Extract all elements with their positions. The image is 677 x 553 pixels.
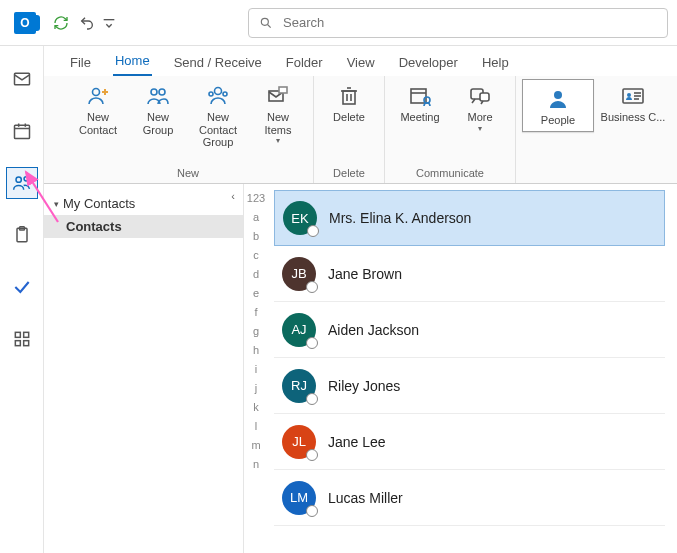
people-view-icon [544, 86, 572, 112]
index-letter[interactable]: e [253, 287, 259, 299]
ribbon-btn-people[interactable]: People [522, 79, 594, 132]
title-bar: O [0, 0, 677, 46]
svg-point-9 [24, 177, 28, 181]
index-letter[interactable]: i [255, 363, 257, 375]
menu-tab-view[interactable]: View [345, 51, 377, 76]
menu-tab-file[interactable]: File [68, 51, 93, 76]
clipboard-icon [12, 225, 32, 245]
ribbon-btn-new-contact[interactable]: NewContact [69, 79, 127, 138]
search-input[interactable] [283, 15, 657, 30]
svg-rect-12 [15, 332, 20, 337]
contact-list: EKMrs. Elina K. AndersonJBJane BrownAJAi… [268, 184, 677, 553]
contact-row[interactable]: RJRiley Jones [274, 358, 665, 414]
contact-row[interactable]: JBJane Brown [274, 246, 665, 302]
svg-rect-35 [480, 93, 489, 101]
menu-tab-help[interactable]: Help [480, 51, 511, 76]
more-apps-rail-button[interactable] [7, 324, 37, 354]
svg-point-1 [261, 18, 268, 25]
svg-rect-15 [23, 341, 28, 346]
todo-rail-button[interactable] [7, 272, 37, 302]
search-box[interactable] [248, 8, 668, 38]
ribbon-btn-meeting[interactable]: Meeting [391, 79, 449, 126]
svg-point-20 [159, 89, 165, 95]
ribbon-group-delete: DeleteDelete [314, 76, 385, 183]
ribbon-btn-label: New ContactGroup [191, 111, 245, 149]
contact-name: Aiden Jackson [328, 322, 419, 338]
menu-tabs: FileHomeSend / ReceiveFolderViewDevelope… [0, 46, 677, 76]
contact-row[interactable]: EKMrs. Elina K. Anderson [274, 190, 665, 246]
presence-indicator [306, 449, 318, 461]
new-items-icon [264, 83, 292, 109]
index-letter[interactable]: d [253, 268, 259, 280]
ribbon-group-label: Delete [333, 165, 365, 181]
tasks-rail-button[interactable] [7, 220, 37, 250]
ribbon-btn-card[interactable]: Card [672, 79, 677, 126]
menu-tab-home[interactable]: Home [113, 49, 152, 76]
index-letter[interactable]: k [253, 401, 259, 413]
ribbon-btn-label: People [541, 114, 575, 127]
contact-name: Lucas Miller [328, 490, 403, 506]
refresh-button[interactable] [48, 10, 74, 36]
alpha-index: 123abcdefghijklmn [244, 184, 268, 553]
ribbon-btn-delete[interactable]: Delete [320, 79, 378, 126]
calendar-icon [12, 121, 32, 141]
index-letter[interactable]: l [255, 420, 257, 432]
contact-row[interactable]: LMLucas Miller [274, 470, 665, 526]
index-letter[interactable]: m [251, 439, 260, 451]
index-letter[interactable]: c [253, 249, 259, 261]
mail-rail-button[interactable] [7, 64, 37, 94]
nav-folder-header[interactable]: ▾ My Contacts [44, 192, 243, 215]
index-letter[interactable]: f [254, 306, 257, 318]
ribbon-group-view: PeopleBusiness C...Card [516, 76, 677, 183]
ribbon-group-communicate: MeetingMore▾Communicate [385, 76, 516, 183]
ribbon-btn-label: Meeting [400, 111, 439, 124]
nav-pane: ‹ ▾ My Contacts Contacts [44, 184, 244, 553]
index-letter[interactable]: n [253, 458, 259, 470]
avatar: JB [282, 257, 316, 291]
qat-customize-dropdown[interactable] [100, 10, 118, 36]
menu-tab-send-receive[interactable]: Send / Receive [172, 51, 264, 76]
index-letter[interactable]: 123 [247, 192, 265, 204]
person-plus-icon [84, 83, 112, 109]
people-rail-button[interactable] [7, 168, 37, 198]
ribbon-btn-label: Business C... [601, 111, 666, 124]
nav-item-contacts[interactable]: Contacts [44, 215, 243, 238]
index-letter[interactable]: a [253, 211, 259, 223]
avatar: EK [283, 201, 317, 235]
contact-row[interactable]: JLJane Lee [274, 414, 665, 470]
grid-icon [12, 329, 32, 349]
ribbon-btn-more[interactable]: More▾ [451, 79, 509, 135]
trash-icon [335, 83, 363, 109]
presence-indicator [307, 225, 319, 237]
menu-tab-developer[interactable]: Developer [397, 51, 460, 76]
svg-rect-26 [343, 91, 355, 104]
ribbon-btn-label: NewContact [79, 111, 117, 136]
check-icon [12, 277, 32, 297]
index-letter[interactable]: g [253, 325, 259, 337]
ribbon-group-label: New [177, 165, 199, 181]
ribbon: NewContactNewGroupNew ContactGroupNewIte… [0, 76, 677, 184]
avatar: JL [282, 425, 316, 459]
avatar: AJ [282, 313, 316, 347]
content-area: ‹ ▾ My Contacts Contacts 123abcdefghijkl… [44, 184, 677, 553]
ribbon-btn-label: More [467, 111, 492, 124]
svg-rect-25 [279, 87, 287, 93]
calendar-rail-button[interactable] [7, 116, 37, 146]
collapse-nav-button[interactable]: ‹ [231, 190, 235, 202]
ribbon-btn-new-group[interactable]: NewGroup [129, 79, 187, 138]
avatar: LM [282, 481, 316, 515]
svg-point-38 [627, 93, 631, 97]
index-letter[interactable]: b [253, 230, 259, 242]
contact-row[interactable]: AJAiden Jackson [274, 302, 665, 358]
presence-indicator [306, 393, 318, 405]
ribbon-btn-label: NewItems [265, 111, 292, 136]
index-letter[interactable]: h [253, 344, 259, 356]
avatar: RJ [282, 369, 316, 403]
ribbon-btn-new-contact-group[interactable]: New ContactGroup [189, 79, 247, 151]
ribbon-btn-new-items[interactable]: NewItems▾ [249, 79, 307, 147]
index-letter[interactable]: j [255, 382, 257, 394]
ribbon-btn-business-c-[interactable]: Business C... [596, 79, 670, 126]
undo-button[interactable] [74, 10, 100, 36]
search-icon [259, 16, 273, 30]
menu-tab-folder[interactable]: Folder [284, 51, 325, 76]
